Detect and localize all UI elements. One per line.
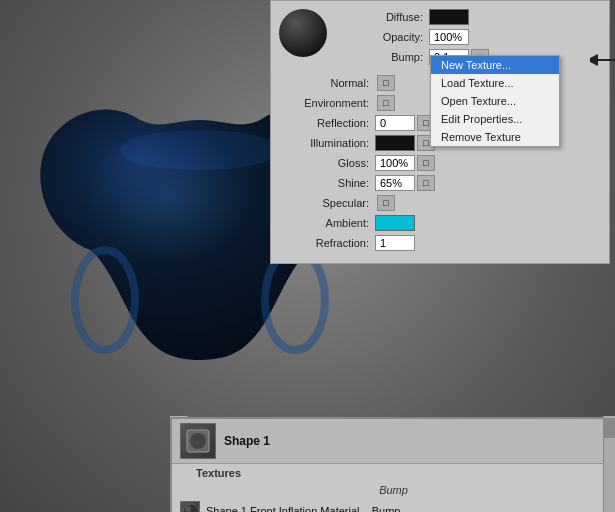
svg-point-10 [185,506,191,512]
opacity-label: Opacity: [333,31,423,43]
shine-row: Shine: 65% □ [279,175,601,191]
scrollbar[interactable] [603,416,615,512]
diffuse-row: Diffuse: [333,9,601,25]
diffuse-label: Diffuse: [333,11,423,23]
refraction-value[interactable]: 1 [375,235,415,251]
specular-btn[interactable]: □ [377,195,395,211]
gloss-value[interactable]: 100% [375,155,415,171]
illumination-label: Illumination: [279,137,369,149]
dropdown-load-texture[interactable]: Load Texture... [431,74,559,92]
dropdown-edit-properties[interactable]: Edit Properties... [431,110,559,128]
reflection-label: Reflection: [279,117,369,129]
shine-value[interactable]: 65% [375,175,415,191]
specular-row: Specular: □ [279,195,601,211]
shine-btn[interactable]: □ [417,175,435,191]
shine-label: Shine: [279,177,369,189]
material-label: Shape 1 Front Inflation Material – Bump [206,505,400,512]
illumination-swatch[interactable] [375,135,415,151]
ambient-swatch[interactable] [375,215,415,231]
scroll-thumb[interactable] [604,418,615,438]
gloss-label: Gloss: [279,157,369,169]
bottom-panel: Shape 1 Textures Bump Shape 1 Front Infl… [170,417,615,512]
environment-label: Environment: [279,97,369,109]
texture-dropdown[interactable]: New Texture... Load Texture... Open Text… [430,55,560,147]
opacity-value[interactable]: 100% [429,29,469,45]
refraction-label: Refraction: [279,237,369,249]
refraction-row: Refraction: 1 [279,235,601,251]
ambient-row: Ambient: [279,215,601,231]
gloss-btn[interactable]: □ [417,155,435,171]
ambient-label: Ambient: [279,217,369,229]
bottom-panel-header: Shape 1 [172,419,615,464]
normal-label: Normal: [279,77,369,89]
diffuse-swatch[interactable] [429,9,469,25]
material-row: Shape 1 Front Inflation Material – Bump [172,498,615,512]
sphere-preview [279,9,327,57]
gloss-row: Gloss: 100% □ [279,155,601,171]
opacity-row: Opacity: 100% [333,29,601,45]
environment-btn[interactable]: □ [377,95,395,111]
shape-title: Shape 1 [224,434,270,448]
dropdown-open-texture[interactable]: Open Texture... [431,92,559,110]
svg-point-2 [120,130,280,170]
reflection-value[interactable]: 0 [375,115,415,131]
dropdown-remove-texture[interactable]: Remove Texture [431,128,559,146]
textures-label: Textures [172,464,615,482]
specular-label: Specular: [279,197,369,209]
svg-point-8 [190,433,206,449]
normal-btn[interactable]: □ [377,75,395,91]
material-icon [180,501,200,512]
dropdown-new-texture[interactable]: New Texture... [431,56,559,74]
bump-label: Bump: [333,51,423,63]
shape-icon [180,423,216,459]
bump-section-label: Bump [172,482,615,498]
